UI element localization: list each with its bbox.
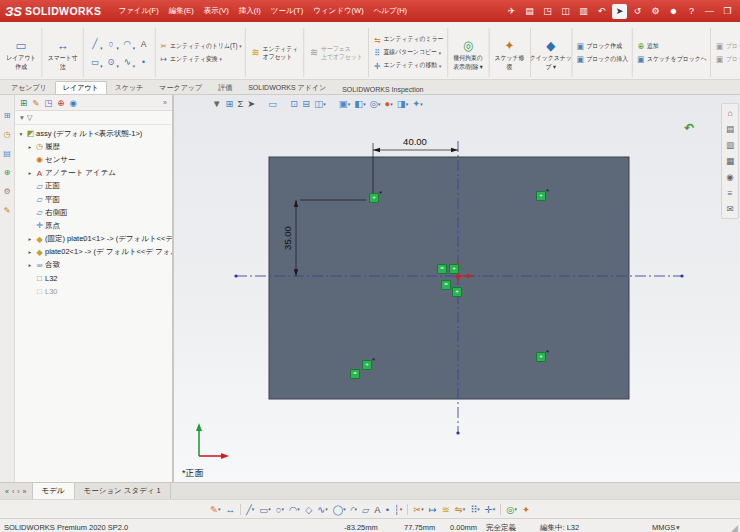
sketch-point-marker[interactable]: * (546, 349, 549, 357)
zoom-area-icon[interactable]: ⊟ (302, 98, 310, 109)
tab-layout[interactable]: レイアウト (55, 81, 107, 94)
tree-item-sensors[interactable]: ◉センサー (15, 153, 172, 166)
sketch-point-marker[interactable]: * (379, 190, 382, 198)
tab-sketch[interactable]: スケッチ (107, 81, 152, 94)
sketch-relation-icon[interactable]: + (449, 264, 459, 274)
restore-icon[interactable]: ❐ (720, 4, 735, 19)
forum-icon[interactable]: ✉ (724, 204, 736, 214)
tree-item-plate01[interactable]: ▸◆(固定) plate01<1> -> (デフォルト<<デ (15, 233, 172, 246)
expander-icon[interactable]: ▾ (17, 131, 25, 137)
save-icon[interactable]: ◫ (558, 4, 573, 19)
section-view-icon[interactable]: ◫▾ (314, 98, 326, 109)
sketch-relation-icon[interactable]: = (437, 264, 447, 274)
convert-entities-button[interactable]: ↦エンティティ変換▾ (159, 54, 241, 64)
pointer-icon[interactable]: ➤ (247, 98, 255, 109)
create-layout-button[interactable]: ▭レイアウト作成 (5, 35, 38, 70)
tree-item-mates[interactable]: ▸∞合致 (15, 259, 172, 272)
sketch-relation-icon[interactable]: + (362, 360, 372, 370)
new-file-icon[interactable]: ▤ (522, 4, 537, 19)
tab-markup[interactable]: マークアップ (151, 81, 210, 94)
tree-item-assy[interactable]: ▾◩assy (デフォルト<表示状態-1>) (15, 127, 172, 140)
tab-scroll-icon[interactable]: » (23, 488, 27, 495)
arc-icon[interactable]: ◠▾ (289, 504, 300, 515)
point-tool[interactable]: • (136, 53, 151, 70)
print-icon[interactable]: ▥ (576, 4, 591, 19)
graphics-viewport[interactable]: 40.00 35.00 ▼⊞Σ➤▭⊡⊟◫▾▣▾◧▾◎▾●▾◨▾✦▾ ⌂▤▥ (174, 95, 740, 482)
select-tool-icon[interactable]: ➤ (612, 4, 627, 19)
expander-icon[interactable]: ▸ (26, 249, 34, 255)
menu-file[interactable]: ファイル(F) (113, 3, 163, 19)
offset-entities-button[interactable]: ≋エンティティオフセット (250, 45, 301, 60)
dimxpertmanager-tab[interactable]: ⊕ (57, 99, 64, 107)
propertymanager-tab[interactable]: ✎ (32, 99, 39, 107)
custom-properties-icon[interactable]: ≡ (724, 188, 736, 198)
centerline-icon[interactable]: ┆▾ (394, 504, 402, 515)
arc-tool[interactable]: ◠▾ (120, 35, 135, 52)
dim35-value[interactable]: 35.00 (282, 226, 293, 250)
rail-list-icon[interactable]: ▤ (3, 149, 11, 158)
insert-block-button[interactable]: ▣ブロックの挿入 (576, 54, 628, 64)
user-icon[interactable]: ☻ (666, 4, 681, 19)
polygon-icon[interactable]: ◇ (305, 504, 312, 515)
menu-help[interactable]: ヘルプ(H) (369, 3, 412, 19)
zoom-fit-icon[interactable]: ⊡ (290, 98, 298, 109)
view-orientation-icon[interactable]: ▣▾ (339, 98, 351, 109)
display-delete-relations-button[interactable]: ◎幾何拘束の表示/削除 ▾ (451, 35, 484, 70)
design-library-icon[interactable]: ▤ (724, 124, 736, 134)
tab-assembly[interactable]: アセンブリ (3, 81, 55, 94)
sketch-to-block-button[interactable]: ▣スケッチをブロックへ (636, 54, 707, 64)
box-select-icon[interactable]: ▭ (268, 98, 277, 109)
repair-sketch-icon[interactable]: ✦ (522, 504, 530, 515)
view-palette-icon[interactable]: ▦ (724, 156, 736, 166)
rail-gear-icon[interactable]: ⚙ (3, 187, 10, 196)
menu-edit[interactable]: 編集(E) (164, 3, 199, 19)
rail-add-icon[interactable]: ⊕ (4, 168, 11, 177)
welcome-icon[interactable]: ✈ (504, 4, 519, 19)
add-block-button[interactable]: ⊕追加 (636, 41, 707, 51)
sketch-relation-icon[interactable]: = (441, 280, 451, 290)
open-file-icon[interactable]: ◳ (540, 4, 555, 19)
resources-icon[interactable]: ⌂ (724, 108, 736, 118)
line-tool[interactable]: ╱▾ (87, 35, 102, 52)
rebuild-icon[interactable]: ↺ (630, 4, 645, 19)
rail-grid-icon[interactable]: ⊞ (4, 111, 11, 120)
tab-addins[interactable]: SOLIDWORKS アドイン (240, 81, 334, 94)
tree-item-history[interactable]: ▸◷履歴 (15, 140, 172, 153)
rail-history-icon[interactable]: ◷ (4, 130, 11, 139)
linear-pattern-button[interactable]: ⠿直線パターンコピー▾ (373, 48, 444, 58)
doc-tab-motion-study-1[interactable]: モーション スタディ 1 (75, 483, 171, 499)
view-settings-icon[interactable]: ✦▾ (412, 98, 422, 109)
sketch-icon[interactable]: ✎▾ (210, 504, 220, 515)
sketch-relation-icon[interactable]: + (369, 193, 379, 203)
filter-dropdown-icon[interactable]: ▾ (20, 113, 24, 122)
move-icon[interactable]: ✛▾ (485, 504, 495, 515)
previous-view-arrow-icon[interactable]: ↶ (684, 121, 694, 135)
line-icon[interactable]: ╱▾ (246, 504, 254, 515)
selection-filter-icon[interactable]: ▼ (212, 98, 221, 109)
fillet-icon[interactable]: ◜▾ (351, 504, 357, 515)
menu-insert[interactable]: 挿入(I) (234, 3, 266, 19)
dim40-value[interactable]: 40.00 (403, 136, 427, 147)
edit-appearance-icon[interactable]: ●▾ (384, 98, 392, 109)
doc-tab-model[interactable]: モデル (33, 483, 75, 499)
point-icon[interactable]: • (386, 504, 389, 515)
move-entities-button[interactable]: ✛エンティティの移動▾ (373, 61, 444, 71)
spline-icon[interactable]: ∿▾ (317, 504, 327, 515)
appearances-icon[interactable]: ◉ (724, 172, 736, 182)
sketch-relation-icon[interactable]: = (350, 369, 360, 379)
help-icon[interactable]: ? (684, 4, 699, 19)
tab-scroll-icon[interactable]: « (5, 488, 9, 495)
quick-snaps-button[interactable]: ◆クイックスナップ ▾ (534, 35, 567, 70)
resize-grip[interactable]: ◢ (731, 523, 738, 532)
tab-inspection[interactable]: SOLIDWORKS Inspection (334, 84, 431, 94)
sketch-relation-icon[interactable]: + (536, 352, 546, 362)
plane-icon[interactable]: ▱ (362, 504, 369, 515)
panel-collapse-icon[interactable]: » (163, 99, 167, 106)
tree-item-plate02[interactable]: ▸◆plate02<1> -> (デ フォルト<<デ フォルト) (15, 246, 172, 259)
displaymanager-tab[interactable]: ◉ (69, 99, 76, 107)
centerline-endpoint[interactable] (456, 431, 459, 434)
rectangle-icon[interactable]: ▭▾ (259, 504, 271, 515)
text-tool[interactable]: A (136, 35, 151, 52)
pattern-icon[interactable]: ⠿▾ (470, 504, 479, 515)
convert-icon[interactable]: ↦ (429, 504, 437, 515)
